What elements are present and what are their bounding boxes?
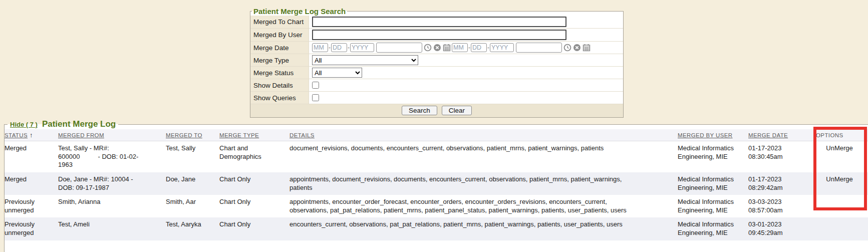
options-column-header: OPTIONS xyxy=(816,132,843,138)
status-cell: Previously unmerged xyxy=(5,195,58,217)
form-row-merge-status: Merge Status All xyxy=(250,67,623,79)
show-queries-checkbox[interactable] xyxy=(312,94,319,101)
unmerge-link[interactable]: UnMerge xyxy=(826,144,852,152)
merged-to-cell: Smith, Aar xyxy=(166,195,219,217)
merge-type-select[interactable]: All xyxy=(312,55,418,65)
form-button-row: Search Clear xyxy=(250,104,623,117)
log-section-legend: Hide ( 7 ) Patient Merge Log xyxy=(8,119,118,129)
merge-date-cell: 03-03-2023 08:57:00am xyxy=(748,195,816,217)
sort-details-link[interactable]: DETAILS xyxy=(290,132,315,138)
table-row: Previously unmerged Test, Ameli Test, Aa… xyxy=(5,217,868,240)
form-row-show-details: Show Details xyxy=(250,79,623,92)
unmerge-link[interactable]: UnMerge xyxy=(826,175,852,183)
show-queries-label: Show Queries xyxy=(250,92,309,104)
merge-date-end-month-input[interactable] xyxy=(452,43,468,52)
clear-date-icon[interactable] xyxy=(433,44,441,52)
merged-by-user-cell: Medical Informatics Engineering, MIE xyxy=(678,172,748,195)
merge-type-field: All xyxy=(309,54,623,66)
show-details-label: Show Details xyxy=(250,79,309,91)
merge-date-start-year-input[interactable] xyxy=(350,43,374,52)
clear-button[interactable]: Clear xyxy=(442,106,472,115)
merge-status-field: All xyxy=(309,67,623,79)
merge-status-select[interactable]: All xyxy=(312,68,362,78)
table-row: Previously unmerged Smith, Arianna Smith… xyxy=(5,195,868,217)
form-row-merge-type: Merge Type All xyxy=(250,54,623,67)
details-cell: appointments, encounter_order_forecast, … xyxy=(290,195,678,217)
sort-merge-date-link[interactable]: MERGE DATE xyxy=(748,132,788,138)
show-queries-field xyxy=(309,92,623,104)
merged-by-user-input[interactable] xyxy=(312,30,566,40)
form-row-merge-date: Merge Date - - - xyxy=(250,42,623,54)
details-cell: document_revisions, documents, encounter… xyxy=(290,141,678,172)
table-header-row: STATUS↑ MERGED FROM MERGED TO MERGE TYPE… xyxy=(5,129,868,141)
merged-from-cell: Test, Sally - MR#: 600000 - DOB: 01-02- … xyxy=(58,141,166,172)
merge-type-cell: Chart Only xyxy=(219,172,290,195)
merged-to-chart-field xyxy=(309,16,623,28)
merge-date-start-time-input[interactable] xyxy=(376,43,422,53)
merged-by-user-cell: Medical Informatics Engineering, MIE xyxy=(678,217,748,240)
patient-merge-log-section: Hide ( 7 ) Patient Merge Log STATUS↑ MER… xyxy=(4,119,868,252)
merged-from-cell: Test, Ameli xyxy=(58,217,166,240)
form-row-merged-to-chart: Merged To Chart xyxy=(250,16,623,29)
merge-date-end-day-input[interactable] xyxy=(471,43,487,52)
options-cell: UnMerge xyxy=(816,172,868,195)
options-cell: UnMerge xyxy=(816,141,868,172)
details-cell: appointments, document_revisions, docume… xyxy=(290,172,678,195)
patient-merge-log-search-form: Patient Merge Log Search Merged To Chart… xyxy=(250,7,624,118)
calendar-icon[interactable] xyxy=(583,44,591,52)
show-details-field xyxy=(309,79,623,91)
merge-type-label: Merge Type xyxy=(250,54,309,66)
sort-status-link[interactable]: STATUS xyxy=(5,132,28,138)
merged-to-chart-label: Merged To Chart xyxy=(250,16,309,28)
merge-date-start-month-input[interactable] xyxy=(312,43,328,52)
merge-type-cell: Chart Only xyxy=(219,195,290,217)
merge-status-label: Merge Status xyxy=(250,67,309,79)
merge-date-cell: 03-01-2023 09:45:29am xyxy=(748,217,816,240)
merge-date-label: Merge Date xyxy=(250,42,309,54)
status-cell: Merged xyxy=(5,172,58,195)
options-cell xyxy=(816,195,868,217)
merge-date-field: - - - - xyxy=(309,42,623,54)
merged-to-cell: Test, Sally xyxy=(166,141,219,172)
merge-type-cell: Chart and Demographics xyxy=(219,141,290,172)
merged-to-chart-input[interactable] xyxy=(312,17,566,27)
merge-date-end-year-input[interactable] xyxy=(490,43,514,52)
page-title: Patient Merge Log xyxy=(42,119,116,129)
merged-by-user-label: Merged By User xyxy=(250,29,309,41)
merge-date-end-time-input[interactable] xyxy=(516,43,562,53)
date-separator: - xyxy=(329,44,331,51)
hide-toggle-link[interactable]: Hide ( 7 ) xyxy=(10,121,38,128)
merge-type-cell: Chart Only xyxy=(219,217,290,240)
merged-from-cell: Smith, Arianna xyxy=(58,195,166,217)
merged-to-cell: Test, Aaryka xyxy=(166,217,219,240)
table-row: Merged Doe, Jane - MR#: 10004 - DOB: 09-… xyxy=(5,172,868,195)
status-cell: Merged xyxy=(5,141,58,172)
sort-merge-type-link[interactable]: MERGE TYPE xyxy=(219,132,259,138)
merged-by-user-field xyxy=(309,29,623,41)
sort-merged-from-link[interactable]: MERGED FROM xyxy=(58,132,104,138)
show-details-checkbox[interactable] xyxy=(312,82,319,89)
search-button[interactable]: Search xyxy=(402,106,437,115)
sort-merged-to-link[interactable]: MERGED TO xyxy=(166,132,202,138)
date-separator: - xyxy=(487,44,489,51)
form-row-show-queries: Show Queries xyxy=(250,92,623,104)
merge-date-start-day-input[interactable] xyxy=(331,43,347,52)
clock-icon[interactable] xyxy=(424,44,432,52)
options-cell xyxy=(816,217,868,240)
search-form-legend: Patient Merge Log Search xyxy=(252,7,347,16)
form-row-merged-by-user: Merged By User xyxy=(250,29,623,42)
merge-log-table: STATUS↑ MERGED FROM MERGED TO MERGE TYPE… xyxy=(5,129,868,240)
merged-by-user-cell: Medical Informatics Engineering, MIE xyxy=(678,195,748,217)
details-cell: encounters_current, observations, pat_pa… xyxy=(290,217,678,240)
merged-by-user-cell: Medical Informatics Engineering, MIE xyxy=(678,141,748,172)
merge-date-cell: 01-17-2023 08:30:45am xyxy=(748,141,816,172)
clock-icon[interactable] xyxy=(563,44,571,52)
merged-from-cell: Doe, Jane - MR#: 10004 - DOB: 09-17-1987 xyxy=(58,172,166,195)
merged-to-cell: Doe, Jane xyxy=(166,172,219,195)
clear-date-icon[interactable] xyxy=(573,44,581,52)
table-row: Merged Test, Sally - MR#: 600000 - DOB: … xyxy=(5,141,868,172)
calendar-icon[interactable] xyxy=(443,44,451,52)
sort-ascending-icon: ↑ xyxy=(30,132,33,139)
status-cell: Previously unmerged xyxy=(5,217,58,240)
sort-merged-by-user-link[interactable]: MERGED BY USER xyxy=(678,132,733,138)
